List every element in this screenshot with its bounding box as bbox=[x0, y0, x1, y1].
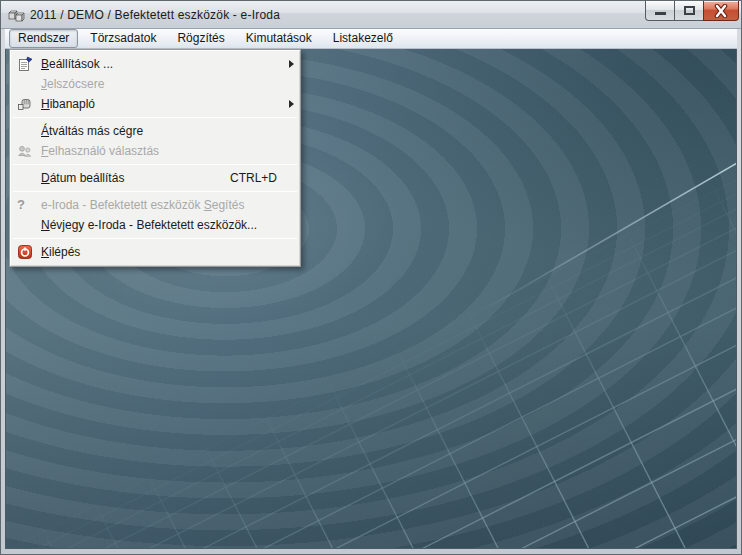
maximize-icon bbox=[684, 6, 695, 15]
menu-separator bbox=[13, 117, 297, 118]
menu-item-label: Átváltás más cégre bbox=[41, 124, 143, 138]
window-controls bbox=[646, 1, 739, 21]
menu-item-label: Beállítások ... bbox=[41, 57, 113, 71]
menu-item-label: Felhasználó választás bbox=[41, 144, 159, 158]
properties-icon bbox=[17, 56, 41, 72]
titlebar[interactable]: 2011 / DEMO / Befektetett eszközök - e-I… bbox=[1, 1, 741, 29]
menu-item-label: Kilépés bbox=[41, 245, 80, 259]
power-icon bbox=[17, 244, 41, 260]
menubar-item-rendszer[interactable]: Rendszer bbox=[9, 29, 78, 48]
menu-item-label: Dátum beállítás bbox=[41, 171, 124, 185]
minimize-icon bbox=[655, 12, 666, 15]
minimize-button[interactable] bbox=[645, 1, 675, 21]
menu-separator bbox=[13, 164, 297, 165]
app-boxes-icon bbox=[7, 7, 25, 23]
menubar-item-listakezelo[interactable]: Listakezelő bbox=[324, 29, 402, 48]
close-icon bbox=[713, 4, 729, 18]
menu-item-label: Névjegy e-Iroda - Befektetett eszközök..… bbox=[41, 218, 257, 232]
menu-item-label: Hibanapló bbox=[41, 97, 95, 111]
menu-item-datum-beallitas[interactable]: Dátum beállítás CTRL+D bbox=[11, 168, 299, 188]
menu-item-hibanaplo[interactable]: Hibanapló bbox=[11, 94, 299, 114]
hand-icon bbox=[17, 96, 41, 112]
menu-item-felhasznalo-valasztas[interactable]: Felhasználó választás bbox=[11, 141, 299, 161]
menu-item-label: Jelszócsere bbox=[41, 77, 104, 91]
users-icon bbox=[17, 143, 41, 159]
menu-separator bbox=[13, 238, 297, 239]
rendszer-dropdown-menu: Beállítások ... Jelszócsere Hibanapló bbox=[9, 49, 301, 267]
submenu-arrow-icon bbox=[289, 60, 294, 68]
menu-separator bbox=[13, 191, 297, 192]
menu-item-label: e-Iroda - Befektetett eszközök Segítés bbox=[41, 198, 244, 212]
close-button[interactable] bbox=[703, 1, 739, 21]
menubar-item-torzsadatok[interactable]: Törzsadatok bbox=[81, 29, 165, 48]
menu-item-atvaltas-mas-cegre[interactable]: Átváltás más cégre bbox=[11, 121, 299, 141]
menu-item-beallitasok[interactable]: Beállítások ... bbox=[11, 54, 299, 74]
maximize-button[interactable] bbox=[674, 1, 704, 21]
menu-item-nevjegy[interactable]: Névjegy e-Iroda - Befektetett eszközök..… bbox=[11, 215, 299, 235]
help-icon: ? bbox=[17, 197, 41, 213]
window-title: 2011 / DEMO / Befektetett eszközök - e-I… bbox=[30, 8, 280, 22]
menubar-item-rogzites[interactable]: Rögzítés bbox=[168, 29, 233, 48]
menubar: Rendszer Törzsadatok Rögzítés Kimutatáso… bbox=[5, 29, 737, 49]
menu-item-segites[interactable]: ? e-Iroda - Befektetett eszközök Segítés bbox=[11, 195, 299, 215]
menu-item-shortcut: CTRL+D bbox=[230, 171, 283, 185]
menu-item-jelszocsere[interactable]: Jelszócsere bbox=[11, 74, 299, 94]
menubar-item-kimutatasok[interactable]: Kimutatások bbox=[237, 29, 321, 48]
application-window: 2011 / DEMO / Befektetett eszközök - e-I… bbox=[0, 0, 742, 555]
submenu-arrow-icon bbox=[289, 100, 294, 108]
menu-item-kilepes[interactable]: Kilépés bbox=[11, 242, 299, 262]
